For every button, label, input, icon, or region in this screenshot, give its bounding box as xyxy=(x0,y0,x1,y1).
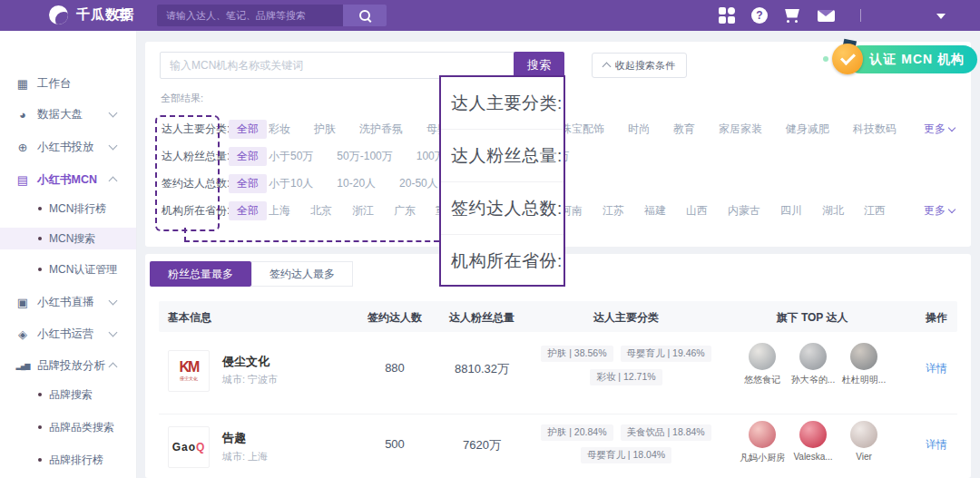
top-talent[interactable]: Valeska... xyxy=(788,421,838,462)
top-talent[interactable]: 凡妈小厨房 xyxy=(737,421,788,464)
tab-most-fans[interactable]: 粉丝总量最多 xyxy=(150,261,251,287)
cart-icon[interactable] xyxy=(779,0,806,31)
mail-icon[interactable] xyxy=(812,0,839,31)
avatar xyxy=(850,421,877,448)
sidebar-item-xhs-operation[interactable]: ◈小红书运营 xyxy=(0,322,136,346)
avatar xyxy=(850,343,877,370)
verified-seal-icon xyxy=(832,44,863,74)
filter-option[interactable]: 福建 xyxy=(644,203,666,219)
sidebar-item-xhs-delivery[interactable]: ⊕小红书投放 xyxy=(0,135,136,159)
sort-tabs: 粉丝总量最多 签约达人最多 xyxy=(150,261,353,287)
org-name[interactable]: 告趣 xyxy=(222,430,246,446)
sidebar-item-xhs-mcn[interactable]: ▤小红书MCN xyxy=(0,168,136,191)
filter-option[interactable]: 湖北 xyxy=(822,203,844,219)
apps-icon[interactable] xyxy=(717,7,737,24)
collapse-filters-button[interactable]: 收起搜索条件 xyxy=(592,53,687,78)
filter-option[interactable]: 50万-100万 xyxy=(337,149,392,164)
category-tags: 护肤 | 20.84% 美食饮品 | 18.84% xyxy=(534,424,719,441)
sidebar-item-mcn-ranking[interactable]: MCN排行榜 xyxy=(0,198,136,219)
filter-option[interactable]: 小于10人 xyxy=(269,176,313,191)
global-search-button[interactable] xyxy=(343,5,387,26)
sidebar-item-brand-analysis[interactable]: ▂▄▆品牌投放分析 xyxy=(0,354,136,377)
chart-icon: ▂▄▆ xyxy=(15,362,30,370)
dashboard-icon: ◕ xyxy=(15,108,30,122)
qiangua-logo-icon[interactable] xyxy=(49,5,68,24)
filter-option[interactable]: 江苏 xyxy=(603,203,624,219)
callout-line: 达人粉丝总量: xyxy=(441,129,564,181)
sidebar-item-workbench[interactable]: ▦工作台 xyxy=(0,72,136,95)
chevron-down-icon xyxy=(109,297,118,306)
org-city: 城市: 上海 xyxy=(222,450,268,463)
detail-link[interactable]: 详情 xyxy=(909,361,964,376)
top-talent[interactable]: 杜杜明明... xyxy=(838,343,889,386)
sidebar-item-brand-category-search[interactable]: 品牌品类搜索 xyxy=(0,416,136,438)
filter-option[interactable]: 科技数码 xyxy=(853,122,897,137)
caret-down-icon[interactable] xyxy=(936,14,946,24)
avatar xyxy=(799,343,827,370)
header-action: 操作 xyxy=(909,310,964,326)
filter-option[interactable]: 时尚 xyxy=(628,122,650,137)
filter-option[interactable]: 小于50万 xyxy=(269,149,313,164)
bullet-icon xyxy=(38,237,42,240)
filter-option[interactable]: 20-50人 xyxy=(399,176,438,191)
callout-line: 签约达人总数: xyxy=(441,181,564,234)
filter-chip-all[interactable]: 全部 xyxy=(229,120,267,139)
filter-chip-all[interactable]: 全部 xyxy=(229,147,267,166)
filter-option[interactable]: 护肤 xyxy=(314,122,336,137)
search-icon xyxy=(359,10,370,21)
sidebar-item-mcn-cert[interactable]: MCN认证管理 xyxy=(0,259,136,280)
chevron-down-icon xyxy=(948,124,956,132)
filter-option[interactable]: 家居家装 xyxy=(719,122,762,137)
filter-option[interactable]: 珠宝配饰 xyxy=(561,122,604,137)
sidebar-item-mcn-search[interactable]: MCN搜索 xyxy=(0,228,136,249)
filter-option[interactable]: 浙江 xyxy=(352,203,374,219)
filter-option[interactable]: 内蒙古 xyxy=(728,203,760,219)
bullet-icon xyxy=(38,268,42,271)
filter-option[interactable]: 四川 xyxy=(780,203,802,219)
live-icon: ▣ xyxy=(15,296,30,309)
top-talent[interactable]: 悠悠食记 xyxy=(737,343,788,386)
top-talent[interactable]: 孙大爷的... xyxy=(788,343,838,386)
category-tags: 护肤 | 38.56% 母婴育儿 | 19.46% xyxy=(534,346,719,362)
filter-option[interactable]: 山西 xyxy=(686,203,708,219)
category-tag: 护肤 | 20.84% xyxy=(541,424,612,441)
avatar xyxy=(749,343,776,370)
category-tag: 母婴育儿 | 19.46% xyxy=(621,346,711,362)
sidebar-item-xhs-live[interactable]: ▣小红书直播 xyxy=(0,290,136,314)
workbench-icon: ▦ xyxy=(15,77,30,91)
operation-icon: ◈ xyxy=(15,327,30,341)
top-talent[interactable]: Vier xyxy=(838,421,889,462)
topbar-divider xyxy=(860,9,861,22)
sidebar-item-brand-ranking[interactable]: 品牌排行榜 xyxy=(0,449,136,471)
filter-option[interactable]: 江西 xyxy=(864,203,886,219)
help-icon[interactable]: ? xyxy=(746,0,773,31)
global-search-input[interactable] xyxy=(157,5,343,26)
bullet-icon xyxy=(38,393,42,396)
filter-option[interactable]: 洗护香氛 xyxy=(359,122,403,137)
filter-option[interactable]: 广东 xyxy=(394,203,416,219)
more-link[interactable]: 更多 xyxy=(924,203,955,219)
sidebar-item-brand-search[interactable]: 品牌搜索 xyxy=(0,384,136,405)
sidebar-item-dashboard[interactable]: ◕数据大盘 xyxy=(0,102,136,126)
certified-mcn-badge[interactable]: 认证 MCN 机构 xyxy=(821,40,977,78)
row-divider xyxy=(159,414,957,415)
filter-option[interactable]: 北京 xyxy=(310,203,332,219)
filter-option[interactable]: 上海 xyxy=(269,203,290,219)
filter-chip-all[interactable]: 全部 xyxy=(229,174,267,193)
category-tags: 母婴育儿 | 18.04% xyxy=(534,447,719,463)
filter-option[interactable]: 10-20人 xyxy=(337,176,376,191)
category-tag: 母婴育儿 | 18.04% xyxy=(581,447,671,463)
chevron-down-icon xyxy=(109,109,118,118)
filter-option[interactable]: 健身减肥 xyxy=(786,122,829,137)
menu-icon[interactable] xyxy=(116,9,130,20)
category-tag: 彩妆 | 12.71% xyxy=(590,369,662,385)
filter-chip-all[interactable]: 全部 xyxy=(229,201,267,220)
filter-option[interactable]: 教育 xyxy=(673,122,695,137)
tab-most-signed[interactable]: 签约达人最多 xyxy=(251,261,353,287)
org-name[interactable]: 侵尘文化 xyxy=(222,354,270,370)
chevron-up-icon xyxy=(109,363,118,372)
more-link[interactable]: 更多 xyxy=(924,122,955,137)
results-label: 全部结果: xyxy=(161,92,203,105)
detail-link[interactable]: 详情 xyxy=(909,437,964,453)
filter-option[interactable]: 彩妆 xyxy=(269,122,290,137)
